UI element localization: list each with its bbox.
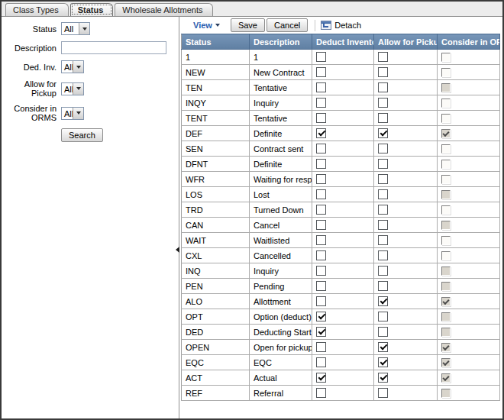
filter-panel: Status All Description Ded. Inv. All All… — [2, 17, 179, 418]
status-cell: TENT — [182, 111, 250, 126]
save-button[interactable]: Save — [231, 18, 265, 32]
consider-orms-checkbox — [441, 205, 451, 215]
allow-pickup-checkbox[interactable] — [378, 250, 388, 260]
description-cell: Pending — [250, 279, 312, 294]
status-cell: TEN — [182, 80, 250, 95]
allow-pickup-checkbox[interactable] — [378, 205, 388, 215]
status-cell: REF — [182, 386, 250, 401]
deduct-inventory-checkbox[interactable] — [316, 128, 326, 138]
tab-bar: Class Types Status Wholesale Allotments — [2, 2, 502, 17]
status-cell: DEF — [182, 126, 250, 141]
allow-pickup-checkbox[interactable] — [378, 52, 388, 62]
deduct-inventory-checkbox[interactable] — [316, 174, 326, 184]
deduct-inventory-checkbox[interactable] — [316, 98, 326, 108]
tab-status[interactable]: Status — [70, 3, 114, 16]
status-cell: SEN — [182, 141, 250, 157]
allow-pickup-checkbox[interactable] — [378, 266, 388, 276]
deduct-inventory-checkbox[interactable] — [316, 235, 326, 245]
allow-pickup-checkbox[interactable] — [378, 235, 388, 245]
allow-pickup-checkbox[interactable] — [378, 82, 388, 92]
allow-pickup-checkbox[interactable] — [378, 373, 388, 383]
ded-inv-select[interactable]: All — [61, 60, 84, 73]
allow-pickup-checkbox[interactable] — [378, 327, 388, 337]
view-menu-button[interactable]: View — [193, 21, 220, 30]
allow-pickup-checkbox[interactable] — [378, 174, 388, 184]
deduct-inventory-checkbox[interactable] — [316, 220, 326, 230]
table-row: INQInquiry — [182, 263, 500, 279]
deduct-inventory-checkbox[interactable] — [316, 312, 326, 321]
allow-pickup-checkbox[interactable] — [378, 159, 388, 169]
table-row: EQCEQC — [182, 355, 500, 370]
description-cell: Inquiry — [250, 263, 312, 279]
detach-button[interactable]: Detach — [321, 21, 361, 30]
status-cell: OPT — [182, 309, 250, 325]
allow-pickup-checkbox[interactable] — [378, 98, 388, 108]
deduct-inventory-checkbox[interactable] — [316, 250, 326, 260]
ded-inv-select-arrow-icon[interactable] — [73, 61, 83, 73]
consider-orms-checkbox — [441, 267, 451, 276]
splitter-collapse-arrow[interactable] — [176, 247, 179, 253]
detach-window-icon — [321, 21, 331, 30]
deduct-inventory-checkbox[interactable] — [316, 67, 326, 77]
consider-orms-select-arrow-icon[interactable] — [73, 108, 83, 119]
status-cell: WFR — [182, 172, 250, 187]
allow-pickup-select[interactable]: All — [61, 82, 84, 95]
tab-class-types[interactable]: Class Types — [5, 3, 69, 16]
allow-pickup-checkbox[interactable] — [378, 144, 388, 153]
allow-pickup-checkbox[interactable] — [378, 67, 388, 77]
consider-orms-checkbox — [441, 114, 451, 123]
status-cell: DED — [182, 325, 250, 340]
consider-orms-checkbox — [441, 99, 451, 108]
allow-pickup-checkbox[interactable] — [378, 312, 388, 321]
consider-orms-checkbox — [441, 251, 451, 260]
table-row: TRDTurned Down — [182, 202, 500, 218]
allow-pickup-checkbox[interactable] — [378, 113, 388, 123]
deduct-inventory-checkbox[interactable] — [316, 357, 326, 367]
allow-pickup-checkbox[interactable] — [378, 357, 388, 367]
deduct-inventory-checkbox[interactable] — [316, 144, 326, 153]
deduct-inventory-checkbox[interactable] — [316, 189, 326, 199]
description-cell: Allottment — [250, 294, 312, 309]
deduct-inventory-checkbox[interactable] — [316, 327, 326, 337]
status-cell: WAIT — [182, 233, 250, 248]
allow-pickup-select-arrow-icon[interactable] — [73, 83, 83, 95]
allow-pickup-checkbox[interactable] — [378, 388, 388, 398]
status-select[interactable]: All — [61, 22, 90, 35]
table-row: CANCancel — [182, 218, 500, 233]
tab-wholesale-allotments[interactable]: Wholesale Allotments — [115, 3, 212, 16]
status-cell: CAN — [182, 218, 250, 233]
status-cell: NEW — [182, 65, 250, 80]
description-cell: Referral — [250, 386, 312, 401]
consider-orms-select[interactable]: All — [61, 107, 84, 120]
status-table-wrap: Status Description Deduct Inventory Allo… — [181, 34, 500, 418]
deduct-inventory-checkbox[interactable] — [316, 52, 326, 62]
table-row: TENTentative — [182, 80, 500, 95]
chevron-down-icon — [215, 24, 220, 27]
deduct-inventory-checkbox[interactable] — [316, 373, 326, 383]
deduct-inventory-checkbox[interactable] — [316, 82, 326, 92]
table-row: 11 — [182, 50, 500, 65]
consider-orms-checkbox — [441, 129, 451, 138]
content-area: Status All Description Ded. Inv. All All… — [2, 17, 502, 418]
deduct-inventory-checkbox[interactable] — [316, 388, 326, 398]
deduct-inventory-checkbox[interactable] — [316, 281, 326, 291]
deduct-inventory-checkbox[interactable] — [316, 296, 326, 306]
description-input[interactable] — [61, 41, 166, 54]
deduct-inventory-checkbox[interactable] — [316, 266, 326, 276]
deduct-inventory-checkbox[interactable] — [316, 205, 326, 215]
allow-pickup-checkbox[interactable] — [378, 296, 388, 306]
description-cell: Option (deduct) — [250, 309, 312, 325]
deduct-inventory-checkbox[interactable] — [316, 159, 326, 169]
allow-pickup-checkbox[interactable] — [378, 128, 388, 138]
search-button[interactable]: Search — [61, 128, 103, 142]
deduct-inventory-checkbox[interactable] — [316, 113, 326, 123]
deduct-inventory-checkbox[interactable] — [316, 342, 326, 352]
description-cell: Actual — [250, 370, 312, 386]
cancel-button[interactable]: Cancel — [267, 18, 308, 32]
status-select-arrow-icon[interactable] — [79, 23, 89, 34]
allow-pickup-checkbox[interactable] — [378, 220, 388, 230]
allow-pickup-checkbox[interactable] — [378, 189, 388, 199]
allow-pickup-checkbox[interactable] — [378, 342, 388, 352]
allow-pickup-checkbox[interactable] — [378, 281, 388, 291]
consider-orms-checkbox — [441, 358, 451, 367]
